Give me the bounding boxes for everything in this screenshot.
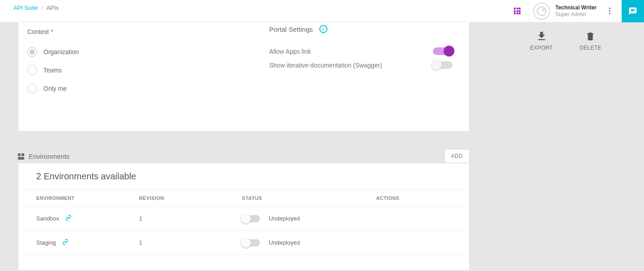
download-icon [536, 30, 547, 42]
env-revision: 1 [139, 231, 242, 255]
link-icon[interactable] [64, 215, 72, 222]
portal-heading: Portal Settings [269, 25, 313, 33]
breadcrumb-root[interactable]: API Suite [13, 4, 38, 11]
table-row: Staging 1 Undeployed [18, 231, 469, 255]
env-status: Undeployed [269, 215, 300, 222]
avatar [533, 3, 550, 20]
settings-card: Context* Organization Teams Only me [18, 22, 470, 131]
context-radio-organization[interactable]: Organization [27, 47, 224, 57]
environments-table: ENVIRONMENT REVISION STATUS ACTIONS Sand… [18, 190, 469, 255]
context-radio-onlyme[interactable]: Only me [27, 84, 224, 93]
radio-icon [27, 65, 37, 75]
env-status: Undeployed [269, 239, 300, 246]
env-revision: 1 [139, 207, 242, 231]
toggle-allow-apps[interactable] [433, 47, 453, 55]
export-button[interactable]: EXPORT [530, 30, 553, 51]
col-rev: REVISION [139, 190, 242, 207]
info-icon[interactable]: i [319, 25, 327, 33]
chat-icon [628, 7, 637, 16]
action-sidebar: EXPORT DELETE [487, 22, 644, 271]
radio-icon [27, 47, 37, 57]
radio-label: Teams [43, 67, 62, 74]
breadcrumb-sep: / [41, 4, 43, 11]
col-status: STATUS [242, 190, 376, 207]
trash-icon [585, 30, 595, 42]
link-icon[interactable] [61, 239, 69, 246]
context-radio-teams[interactable]: Teams [27, 65, 224, 75]
chat-button[interactable] [622, 0, 644, 22]
table-row: Sandbox 1 Undeployed [18, 207, 469, 231]
toggle-swagger[interactable] [433, 61, 453, 69]
env-name: Sandbox [36, 215, 59, 222]
radio-icon [27, 84, 37, 93]
toggle-label-apps: Allow Apps link [269, 48, 311, 55]
breadcrumb-current: APIs [47, 4, 59, 11]
user-name: Technical Writer [555, 4, 597, 11]
context-radio-group: Organization Teams Only me [27, 47, 224, 93]
dashboard-icon [18, 153, 24, 160]
topbar: API Suite / APIs Technical Writer Super … [0, 0, 644, 22]
topbar-right: Technical Writer Super Admin [507, 0, 644, 22]
delete-button[interactable]: DELETE [580, 30, 601, 51]
user-text: Technical Writer Super Admin [555, 4, 597, 17]
breadcrumb: API Suite / APIs [13, 4, 59, 11]
environments-heading: 2 Environments available [18, 171, 469, 190]
delete-label: DELETE [580, 45, 601, 51]
env-name: Staging [36, 239, 56, 246]
export-label: EXPORT [530, 45, 553, 51]
radio-label: Only me [43, 85, 67, 92]
radio-label: Organization [43, 48, 79, 55]
col-env: ENVIRONMENT [18, 190, 139, 207]
add-environment-button[interactable]: ADD [444, 149, 470, 163]
user-role: Super Admin [555, 11, 597, 17]
toggle-label-swagger: Show iterative documentation (Swagger) [269, 62, 382, 69]
environments-card: 2 Environments available ENVIRONMENT REV… [18, 163, 470, 271]
apps-grid-icon[interactable] [507, 8, 528, 14]
user-block[interactable]: Technical Writer Super Admin [528, 0, 622, 22]
kebab-menu-icon[interactable] [602, 8, 617, 14]
col-actions: ACTIONS [376, 190, 469, 207]
deploy-toggle[interactable] [242, 215, 260, 222]
environments-header: Environments ADD [18, 152, 470, 160]
deploy-toggle[interactable] [242, 239, 260, 246]
context-label: Context* [27, 28, 224, 35]
